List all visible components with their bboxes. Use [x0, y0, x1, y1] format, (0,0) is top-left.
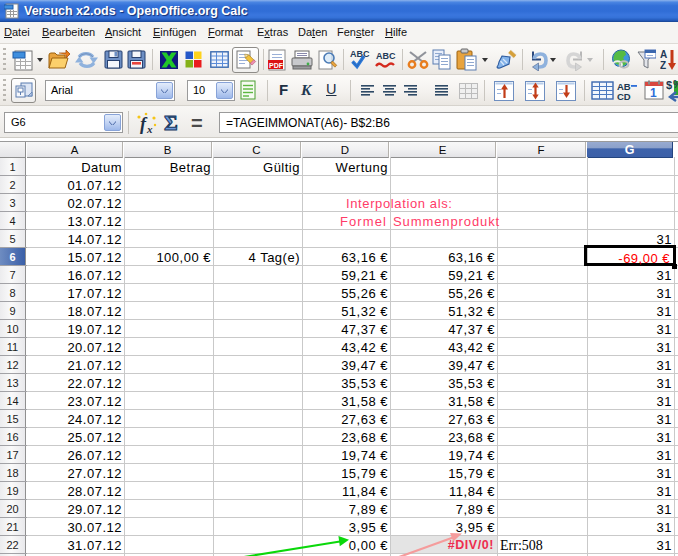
svg-text:CD: CD [617, 91, 631, 101]
svg-text:ABC: ABC [350, 49, 370, 59]
svg-text:=: = [191, 112, 203, 134]
svg-text:ABC: ABC [376, 51, 396, 61]
svg-text:$: $ [666, 79, 672, 91]
svg-text:A: A [660, 49, 667, 60]
svg-text:%: % [673, 79, 678, 90]
svg-text:1: 1 [650, 86, 657, 100]
svg-text:PDF: PDF [269, 62, 284, 69]
svg-text:Z: Z [660, 60, 666, 71]
svg-text:Σ: Σ [164, 111, 178, 135]
svg-text:x: x [146, 123, 153, 135]
